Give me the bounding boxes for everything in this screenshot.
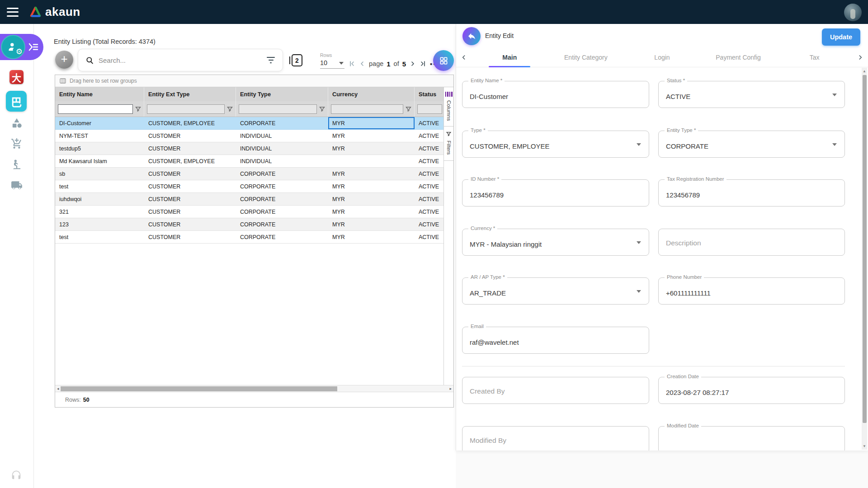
tab-entity-category[interactable]: Entity Category: [548, 47, 624, 67]
tabs-scroll-left-icon[interactable]: [456, 54, 472, 61]
table-row[interactable]: test CUSTOMER CORPORATE MYR ACTIVE: [55, 231, 453, 244]
user-avatar[interactable]: [844, 4, 862, 21]
scrollbar-thumb[interactable]: [61, 386, 337, 391]
row-group-dropzone[interactable]: Drag here to set row groups: [55, 75, 453, 87]
created-by-field[interactable]: Created By: [462, 377, 649, 404]
service-counter-icon[interactable]: [10, 158, 24, 171]
filter-input-entity-ext-type[interactable]: [147, 104, 225, 114]
entity-type-select[interactable]: Entity Type * CORPORATE: [658, 131, 845, 158]
cell-entity-type[interactable]: CORPORATE: [236, 206, 328, 218]
cell-currency[interactable]: MYR: [328, 206, 415, 218]
vertical-scrollbar[interactable]: ▲ ▼: [862, 68, 867, 450]
cell-currency[interactable]: MYR: [328, 168, 415, 180]
tabs-scroll-right-icon[interactable]: [853, 54, 868, 61]
modified-date-field[interactable]: Modified Date: [658, 426, 845, 450]
cell-currency-focused[interactable]: MYR: [328, 117, 415, 129]
filter-input-entity-type[interactable]: [239, 104, 317, 114]
cell-status[interactable]: ACTIVE: [415, 180, 444, 192]
cell-entity-type[interactable]: CORPORATE: [236, 231, 328, 243]
table-row[interactable]: NYM-TEST CUSTOMER INDIVIDUAL MYR ACTIVE: [55, 130, 453, 142]
cell-entity-ext-type[interactable]: CUSTOMER: [144, 142, 236, 155]
email-field[interactable]: Email raf@wavelet.net: [462, 327, 649, 354]
funnel-icon[interactable]: [319, 106, 326, 113]
cell-entity-name[interactable]: DI-Customer: [55, 117, 144, 129]
tab-payment-config[interactable]: Payment Config: [700, 47, 777, 67]
app-icon-cyan-active[interactable]: 巴: [6, 91, 27, 112]
search-input[interactable]: [99, 56, 262, 64]
cell-currency[interactable]: MYR: [328, 193, 415, 205]
cell-entity-ext-type[interactable]: CUSTOMER: [144, 206, 236, 218]
tax-registration-number-field[interactable]: Tax Registration Number 123456789: [658, 179, 845, 206]
hamburger-menu-icon[interactable]: [7, 8, 19, 17]
status-select[interactable]: Status * ACTIVE: [658, 81, 845, 108]
columns-panel-tab[interactable]: Columns: [444, 87, 453, 127]
cell-entity-name[interactable]: 123: [55, 218, 144, 230]
cell-entity-ext-type[interactable]: CUSTOMER: [144, 231, 236, 243]
table-row[interactable]: testdup5 CUSTOMER INDIVIDUAL MYR ACTIVE: [55, 142, 453, 155]
ar-ap-type-select[interactable]: AR / AP Type * AR_TRADE: [462, 277, 649, 305]
cell-entity-ext-type[interactable]: CUSTOMER: [144, 193, 236, 205]
cell-entity-type[interactable]: CORPORATE: [236, 218, 328, 230]
table-row[interactable]: 123 CUSTOMER CORPORATE MYR ACTIVE: [55, 218, 453, 231]
workspace-switcher[interactable]: ⚙: [0, 34, 43, 60]
cell-entity-name[interactable]: sb: [55, 168, 144, 180]
modified-by-field[interactable]: Modified By: [462, 426, 649, 450]
filters-panel-tab[interactable]: Filters: [444, 127, 453, 160]
first-page-icon[interactable]: [348, 60, 355, 67]
cell-currency[interactable]: MYR: [328, 130, 415, 142]
back-button[interactable]: [462, 27, 481, 45]
user-settings-icon[interactable]: ⚙: [1, 35, 25, 59]
add-record-button[interactable]: +: [55, 51, 73, 69]
funnel-icon[interactable]: [405, 106, 412, 113]
truck-icon[interactable]: [10, 178, 24, 192]
support-headset-icon[interactable]: [10, 469, 23, 482]
id-number-field[interactable]: ID Number * 123456789: [462, 179, 649, 206]
brand-logo[interactable]: akaun: [29, 5, 80, 19]
currency-select[interactable]: Currency * MYR - Malaysian ringgit: [462, 229, 649, 256]
table-row[interactable]: Md Kawsarul Islam CUSTOMER, EMPLOYEE IND…: [55, 155, 453, 168]
cell-entity-type[interactable]: CORPORATE: [236, 117, 328, 129]
multi-page-icon[interactable]: 2: [292, 54, 302, 66]
rows-per-page-select[interactable]: Rows 10: [320, 52, 344, 69]
scroll-left-icon[interactable]: ◂: [57, 386, 59, 391]
cell-entity-ext-type[interactable]: CUSTOMER: [144, 180, 236, 192]
cell-entity-name[interactable]: testdup5: [55, 142, 144, 155]
add-shopping-cart-icon[interactable]: [10, 137, 24, 150]
scroll-down-icon[interactable]: ▼: [863, 444, 866, 448]
table-row[interactable]: sb CUSTOMER CORPORATE MYR ACTIVE: [55, 168, 453, 180]
cell-status[interactable]: ACTIVE: [415, 155, 444, 167]
filter-input-entity-name[interactable]: [58, 104, 133, 114]
cell-entity-name[interactable]: test: [55, 180, 144, 192]
app-grid-button[interactable]: [433, 50, 454, 71]
table-row[interactable]: iuhdwqoi CUSTOMER CORPORATE MYR ACTIVE: [55, 193, 453, 206]
cell-status[interactable]: ACTIVE: [415, 130, 444, 142]
cell-entity-ext-type[interactable]: CUSTOMER, EMPLOYEE: [144, 155, 236, 167]
cell-entity-type[interactable]: INDIVIDUAL: [236, 142, 328, 155]
table-row[interactable]: 321 CUSTOMER CORPORATE MYR ACTIVE: [55, 206, 453, 218]
cell-status[interactable]: ACTIVE: [415, 117, 444, 129]
cell-currency[interactable]: MYR: [328, 142, 415, 155]
filter-list-icon[interactable]: [266, 57, 275, 64]
cell-currency[interactable]: MYR: [328, 180, 415, 192]
phone-number-field[interactable]: Phone Number +601111111111: [658, 277, 845, 305]
scrollbar-thumb[interactable]: [863, 75, 867, 423]
cell-status[interactable]: ACTIVE: [415, 231, 444, 243]
table-row[interactable]: DI-Customer CUSTOMER, EMPLOYEE CORPORATE…: [55, 117, 453, 130]
update-button[interactable]: Update: [822, 28, 860, 46]
col-header-currency[interactable]: Currency: [328, 87, 415, 101]
scroll-up-icon[interactable]: ▲: [863, 69, 866, 73]
entity-name-field[interactable]: Entity Name * DI-Customer: [462, 81, 649, 108]
cell-currency[interactable]: MYR: [328, 231, 415, 243]
tab-main[interactable]: Main: [472, 47, 548, 67]
filter-input-currency[interactable]: [331, 104, 403, 114]
cell-entity-type[interactable]: CORPORATE: [236, 193, 328, 205]
col-header-entity-type[interactable]: Entity Type: [236, 87, 328, 101]
tab-login[interactable]: Login: [624, 47, 700, 67]
tab-tax[interactable]: Tax: [776, 47, 853, 67]
cell-entity-type[interactable]: CORPORATE: [236, 180, 328, 192]
app-icon-red[interactable]: 大: [9, 70, 24, 84]
cell-entity-ext-type[interactable]: CUSTOMER: [144, 218, 236, 230]
cell-status[interactable]: ACTIVE: [415, 142, 444, 155]
cell-entity-name[interactable]: Md Kawsarul Islam: [55, 155, 144, 167]
cell-currency[interactable]: [328, 155, 415, 167]
